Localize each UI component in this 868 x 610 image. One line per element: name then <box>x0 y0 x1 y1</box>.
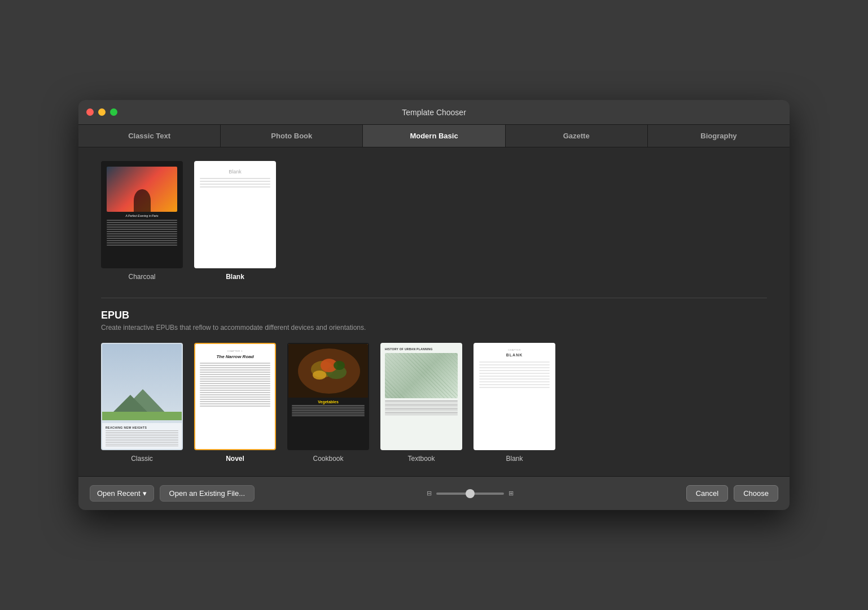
cookbook-recipe-lines <box>288 405 368 416</box>
blank-line <box>200 184 270 185</box>
charcoal-lines <box>107 220 177 246</box>
classic-cap-line <box>106 439 178 440</box>
be-line <box>479 373 550 374</box>
novel-line <box>200 387 270 389</box>
maximize-button[interactable] <box>110 108 117 116</box>
charcoal-line <box>107 245 177 246</box>
template-item-charcoal[interactable]: A Perfect Evening in Paris <box>101 161 183 281</box>
novel-line <box>200 394 270 395</box>
novel-line <box>200 381 270 382</box>
template-item-novel[interactable]: Chapter 1 The Narrow Road <box>194 343 276 463</box>
blank-line <box>200 186 270 188</box>
charcoal-label: Charcoal <box>128 273 155 281</box>
classic-label: Classic <box>131 455 153 463</box>
template-thumb-charcoal: A Perfect Evening in Paris <box>101 161 183 268</box>
novel-line <box>200 383 270 384</box>
classic-cap-title: REACHING NEW HEIGHTS <box>106 426 178 429</box>
charcoal-line <box>107 229 177 230</box>
cookbook-food-image <box>288 344 368 398</box>
template-thumb-classic: REACHING NEW HEIGHTS <box>101 343 183 450</box>
charcoal-arch <box>134 189 151 212</box>
zoom-slider[interactable] <box>436 493 504 495</box>
be-line <box>479 381 550 382</box>
textbook-header: HISTORY OF URBAN PLANNING <box>385 347 458 351</box>
blank-epub-chapter: CHAPTER <box>479 348 550 351</box>
template-item-blank-epub[interactable]: CHAPTER BLANK <box>474 343 555 463</box>
tb-line <box>385 412 458 413</box>
template-item-cookbook[interactable]: Vegetables Cookbook <box>287 343 369 463</box>
tab-biography[interactable]: Biography <box>648 125 790 147</box>
template-thumb-novel: Chapter 1 The Narrow Road <box>194 343 276 450</box>
textbook-label: Textbook <box>407 455 435 463</box>
tab-gazette[interactable]: Gazette <box>506 125 648 147</box>
novel-line <box>200 406 270 407</box>
footer-left: Open Recent ▾ Open an Existing File... <box>90 485 255 502</box>
classic-cap-line <box>106 432 178 433</box>
be-line <box>479 384 550 385</box>
be-line <box>479 387 550 388</box>
blank-line <box>200 181 270 182</box>
charcoal-line <box>107 242 177 243</box>
novel-line <box>200 376 270 377</box>
template-thumb-blank-epub: CHAPTER BLANK <box>474 343 555 450</box>
template-thumb-blank: Blank <box>194 161 276 268</box>
close-button[interactable] <box>86 108 94 116</box>
novel-line <box>200 399 270 400</box>
blank-lines <box>200 178 270 188</box>
zoom-in-icon: ⊞ <box>508 490 514 497</box>
minimize-button[interactable] <box>98 108 106 116</box>
blank-line <box>200 178 270 179</box>
tab-classic-text[interactable]: Classic Text <box>78 125 221 147</box>
classic-sky <box>102 344 182 423</box>
cancel-button[interactable]: Cancel <box>686 485 728 502</box>
novel-line <box>200 396 270 398</box>
epub-section-title: EPUB <box>101 310 767 321</box>
epub-section: EPUB Create interactive EPUBs that reflo… <box>101 310 767 463</box>
svg-point-9 <box>334 361 345 370</box>
charcoal-line <box>107 238 177 239</box>
section-divider <box>101 298 767 298</box>
open-recent-button[interactable]: Open Recent ▾ <box>90 485 154 502</box>
novel-label: Novel <box>226 455 244 463</box>
recipe-line <box>292 405 365 406</box>
template-item-blank[interactable]: Blank Blank <box>194 161 276 281</box>
classic-cap-line <box>106 446 178 447</box>
tab-photo-book[interactable]: Photo Book <box>221 125 363 147</box>
blank-epub-title: BLANK <box>479 353 550 357</box>
tab-modern-basic[interactable]: Modern Basic <box>363 125 505 147</box>
template-item-textbook[interactable]: HISTORY OF URBAN PLANNING <box>380 343 462 463</box>
be-line <box>479 364 550 365</box>
zoom-out-icon: ⊟ <box>427 490 432 497</box>
tabs-bar: Classic Text Photo Book Modern Basic Gaz… <box>78 125 790 147</box>
novel-title: The Narrow Road <box>200 354 270 359</box>
footer: Open Recent ▾ Open an Existing File... ⊟… <box>78 476 790 510</box>
tb-line <box>385 407 458 408</box>
novel-line <box>200 401 270 402</box>
textbook-lines <box>385 400 458 415</box>
recipe-line <box>292 412 365 413</box>
tb-line <box>385 415 458 416</box>
blank-epub-label: Blank <box>506 455 523 463</box>
open-recent-label: Open Recent <box>97 489 141 498</box>
tb-line <box>385 411 458 412</box>
titlebar: Template Chooser <box>78 100 790 125</box>
novel-line <box>200 367 270 368</box>
novel-line <box>200 363 270 364</box>
novel-lines <box>200 363 270 407</box>
classic-caption: REACHING NEW HEIGHTS <box>102 423 182 450</box>
recipe-line <box>292 415 365 416</box>
open-existing-button[interactable]: Open an Existing File... <box>160 485 255 502</box>
choose-button[interactable]: Choose <box>734 485 778 502</box>
be-line <box>479 370 550 371</box>
word-processing-section: A Perfect Evening in Paris <box>101 161 767 281</box>
template-item-classic[interactable]: REACHING NEW HEIGHTS <box>101 343 183 463</box>
be-line <box>479 376 550 377</box>
classic-cap-line <box>106 441 178 442</box>
charcoal-line <box>107 231 177 232</box>
cookbook-label: Cookbook <box>313 455 343 463</box>
novel-chapter: Chapter 1 <box>200 350 270 352</box>
classic-cap-line <box>106 435 178 437</box>
content-area: A Perfect Evening in Paris <box>78 147 790 476</box>
recipe-line <box>292 410 365 411</box>
traffic-lights <box>86 108 117 116</box>
